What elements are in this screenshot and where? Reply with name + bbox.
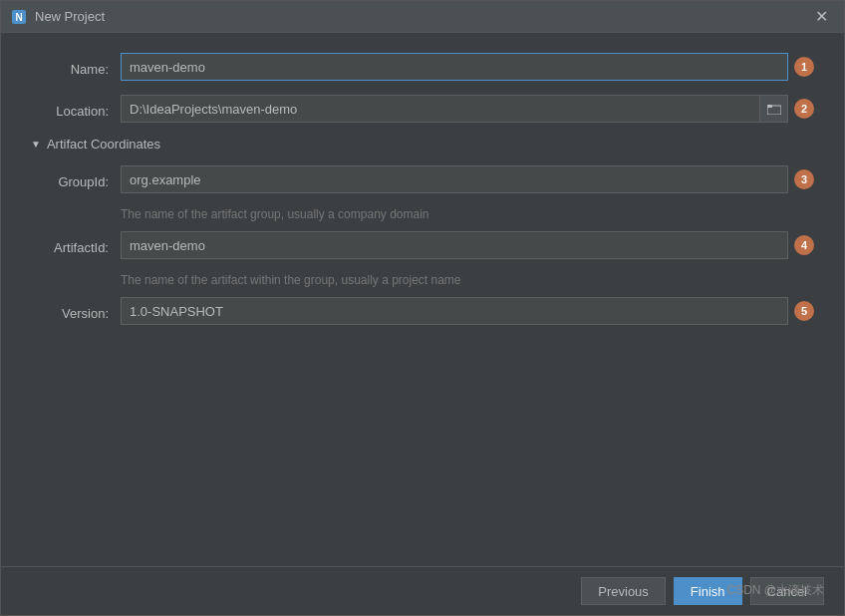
name-row: Name: 1: [31, 53, 814, 81]
artifact-section-toggle[interactable]: ▼ Artifact Coordinates: [31, 137, 814, 152]
groupid-badge: 3: [794, 169, 814, 189]
groupid-row: GroupId: 3: [31, 165, 814, 193]
dialog-footer: Previous Finish Cancel: [1, 566, 844, 615]
dialog-title: New Project: [35, 9, 809, 24]
groupid-hint: The name of the artifact group, usually …: [121, 207, 814, 221]
artifactid-row: ArtifactId: 4: [31, 231, 814, 259]
version-label: Version:: [31, 302, 121, 321]
artifactid-input[interactable]: [121, 231, 788, 259]
cancel-button[interactable]: Cancel: [750, 577, 824, 605]
location-badge: 2: [794, 99, 814, 119]
svg-text:N: N: [15, 12, 22, 23]
artifactid-hint: The name of the artifact within the grou…: [121, 273, 814, 287]
close-button[interactable]: ✕: [809, 7, 834, 27]
new-project-dialog: N New Project ✕ Name: 1 Location:: [0, 0, 845, 616]
artifactid-badge: 4: [794, 235, 814, 255]
artifact-section-label: Artifact Coordinates: [47, 137, 160, 152]
name-input[interactable]: [121, 53, 788, 81]
browse-button[interactable]: [760, 95, 788, 123]
previous-button[interactable]: Previous: [581, 577, 666, 605]
name-badge: 1: [794, 57, 814, 77]
groupid-input[interactable]: [121, 165, 788, 193]
artifactid-label: ArtifactId:: [31, 236, 121, 255]
dialog-content: Name: 1 Location: 2: [1, 33, 844, 566]
version-input[interactable]: [121, 297, 788, 325]
dialog-icon: N: [11, 9, 27, 25]
location-row: Location: 2: [31, 95, 814, 123]
title-bar: N New Project ✕: [1, 1, 844, 33]
name-label: Name:: [31, 58, 121, 77]
location-label: Location:: [31, 100, 121, 119]
finish-button[interactable]: Finish: [674, 577, 742, 605]
svg-rect-3: [767, 105, 772, 108]
version-row: Version: 5: [31, 297, 814, 325]
collapse-arrow-icon: ▼: [31, 139, 41, 150]
version-badge: 5: [794, 301, 814, 321]
groupid-label: GroupId:: [31, 170, 121, 189]
location-input[interactable]: [121, 95, 760, 123]
